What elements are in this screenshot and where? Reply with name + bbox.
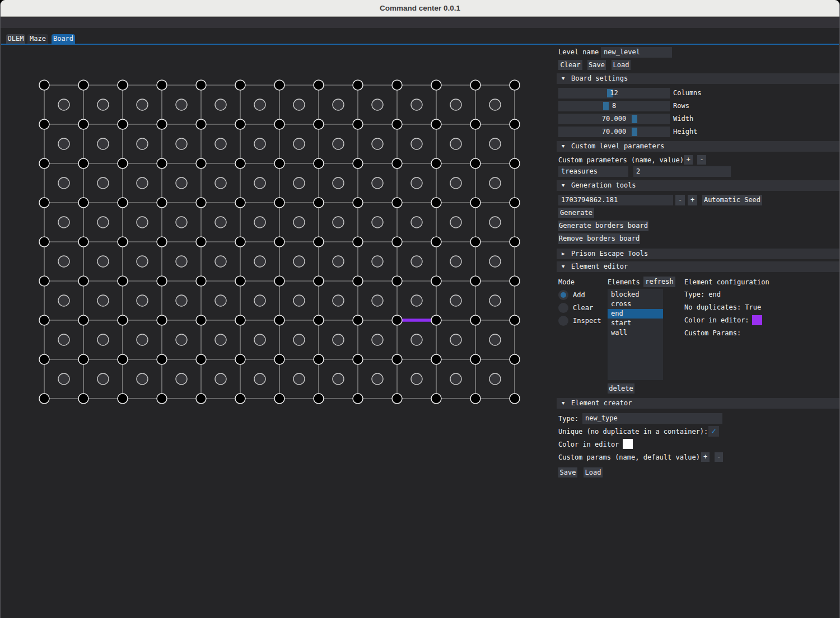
- creator-save-button[interactable]: Save: [558, 467, 577, 477]
- tab-board[interactable]: Board: [52, 34, 75, 44]
- prison-escape-tools-header-label: Prison Escape Tools: [571, 249, 648, 259]
- element-item-wall[interactable]: wall: [608, 328, 663, 338]
- mode-clear-label: Clear: [573, 303, 593, 313]
- refresh-button[interactable]: refresh: [643, 277, 675, 287]
- columns-slider[interactable]: 12: [558, 88, 670, 99]
- elements-label: Elements: [608, 277, 640, 288]
- element-configuration-label: Element configuration: [684, 277, 769, 288]
- board-settings-header-label: Board settings: [571, 73, 628, 84]
- automatic-seed-button[interactable]: Automatic Seed: [702, 195, 762, 205]
- columns-value: 12: [558, 88, 670, 99]
- level-name-label: Level name: [558, 47, 599, 58]
- elements-listbox[interactable]: blocked cross end start wall: [608, 289, 663, 380]
- height-value: 70.000: [558, 127, 670, 137]
- seed-input[interactable]: 1703794862.181: [558, 195, 673, 205]
- element-creator-header[interactable]: ▼ Element creator: [557, 398, 840, 409]
- board-settings-header[interactable]: ▼ Board settings: [557, 73, 840, 84]
- creator-remove-param-button[interactable]: -: [715, 452, 723, 462]
- param-name-input[interactable]: treasures: [558, 166, 628, 177]
- level-save-button[interactable]: Save: [587, 60, 606, 70]
- mode-label: Mode: [558, 277, 575, 288]
- element-item-end[interactable]: end: [608, 309, 663, 319]
- custom-level-params-header[interactable]: ▼ Custom level parameters: [557, 141, 840, 152]
- tab-underline: [1, 44, 839, 45]
- creator-unique-checkbox[interactable]: ✓: [708, 426, 719, 437]
- app-window: Command center 0.0.1 OLEM Maze Board Lev…: [0, 0, 840, 618]
- creator-color-label: Color in editor: [558, 439, 619, 450]
- level-name-input[interactable]: new_level: [601, 47, 672, 58]
- element-editor-header[interactable]: ▼ Element editor: [557, 261, 840, 272]
- seed-minus-button[interactable]: -: [675, 195, 685, 205]
- generation-tools-header-label: Generation tools: [571, 180, 636, 191]
- creator-unique-label: Unique (no duplicate in a container):: [558, 427, 708, 437]
- generation-tools-header[interactable]: ▼ Generation tools: [557, 180, 840, 191]
- tab-maze[interactable]: Maze: [27, 34, 48, 44]
- config-custom-params-label: Custom Params:: [684, 328, 741, 339]
- config-color-swatch[interactable]: [752, 315, 762, 325]
- mode-add-radio[interactable]: [558, 290, 568, 300]
- columns-label: Columns: [673, 88, 702, 99]
- seed-plus-button[interactable]: +: [688, 195, 697, 205]
- config-no-duplicates-text: No duplicates: True: [684, 302, 761, 313]
- level-load-button[interactable]: Load: [612, 60, 631, 70]
- collapse-down-icon: ▼: [562, 261, 564, 272]
- height-slider[interactable]: 70.000: [558, 127, 670, 137]
- creator-params-label: Custom params (name, default value): [558, 452, 700, 463]
- creator-load-button[interactable]: Load: [584, 467, 603, 477]
- mode-inspect-label: Inspect: [573, 316, 601, 326]
- generate-button[interactable]: Generate: [558, 208, 594, 218]
- creator-color-swatch[interactable]: [623, 439, 633, 449]
- height-label: Height: [673, 127, 697, 137]
- prison-escape-tools-header[interactable]: ▶ Prison Escape Tools: [557, 249, 840, 259]
- collapse-down-icon: ▼: [562, 180, 564, 191]
- mode-clear-radio[interactable]: [558, 303, 568, 313]
- creator-type-input[interactable]: new_type: [582, 413, 722, 424]
- custom-level-params-header-label: Custom level parameters: [571, 141, 664, 152]
- mode-inspect-radio[interactable]: [558, 316, 568, 326]
- rows-value: 8: [558, 101, 670, 111]
- config-color-label: Color in editor:: [684, 315, 749, 326]
- param-value-input[interactable]: 2: [633, 166, 731, 177]
- creator-type-label: Type:: [558, 414, 578, 424]
- remove-borders-button[interactable]: Remove borders board: [558, 233, 640, 244]
- width-value: 70.000: [558, 114, 670, 124]
- remove-param-button[interactable]: -: [697, 155, 706, 165]
- custom-params-row-label: Custom parameters (name, value): [558, 155, 684, 166]
- delete-element-button[interactable]: delete: [608, 383, 634, 394]
- rows-slider[interactable]: 8: [558, 101, 670, 111]
- element-item-cross[interactable]: cross: [608, 299, 663, 309]
- rows-label: Rows: [673, 101, 689, 111]
- collapse-right-icon: ▶: [562, 249, 564, 259]
- collapse-down-icon: ▼: [562, 73, 564, 84]
- add-param-button[interactable]: +: [684, 155, 693, 165]
- mode-add-label: Add: [573, 290, 585, 301]
- creator-add-param-button[interactable]: +: [701, 452, 710, 462]
- level-clear-button[interactable]: Clear: [558, 60, 582, 70]
- width-slider[interactable]: 70.000: [558, 114, 670, 124]
- generate-borders-button[interactable]: Generate borders board: [558, 221, 648, 231]
- board-canvas[interactable]: [1, 0, 538, 414]
- config-type-text: Type: end: [684, 289, 721, 300]
- element-item-blocked[interactable]: blocked: [608, 290, 663, 299]
- window-title: Command center 0.0.1: [380, 4, 460, 12]
- top-strip: [1, 17, 839, 28]
- collapse-down-icon: ▼: [562, 398, 564, 409]
- width-label: Width: [673, 114, 693, 124]
- element-creator-header-label: Element creator: [571, 398, 632, 409]
- window-titlebar[interactable]: Command center 0.0.1: [1, 0, 839, 17]
- element-item-start[interactable]: start: [608, 319, 663, 328]
- tab-olem[interactable]: OLEM: [6, 34, 25, 44]
- collapse-down-icon: ▼: [562, 141, 564, 152]
- element-editor-header-label: Element editor: [571, 261, 628, 272]
